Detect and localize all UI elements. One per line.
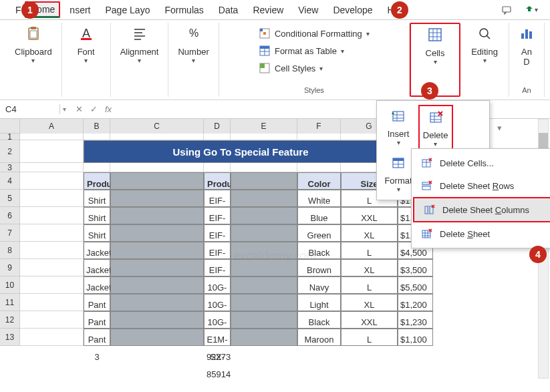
tab-view[interactable]: View xyxy=(293,2,323,18)
col-header-E[interactable]: E xyxy=(231,119,297,134)
cell-empty[interactable] xyxy=(84,134,110,140)
data-cell-6-0[interactable]: Shirt 2 xyxy=(84,207,110,224)
data-cell-6-5[interactable]: XXL xyxy=(341,207,398,224)
fx-button[interactable]: fx xyxy=(102,104,114,114)
row-header-8[interactable]: 8 xyxy=(0,242,20,259)
clipboard-button[interactable]: Clipboard ▾ xyxy=(9,23,57,67)
data-cell-9-0[interactable]: Jacket 2 xyxy=(84,259,110,276)
cell-styles-button[interactable]: Cell Styles ▾ xyxy=(255,60,374,76)
data-cell-12-3[interactable] xyxy=(231,311,297,329)
confirm-formula-icon[interactable]: ✓ xyxy=(88,104,100,114)
data-cell-12-1[interactable] xyxy=(110,311,204,329)
header-cell-3[interactable] xyxy=(231,172,297,190)
cell-empty[interactable] xyxy=(20,140,84,163)
data-cell-11-6[interactable]: $1,200 xyxy=(398,294,433,311)
delete-columns-menu-item[interactable]: Delete Sheet Columns xyxy=(413,197,550,222)
data-cell-10-5[interactable]: L xyxy=(341,276,398,294)
comments-icon[interactable] xyxy=(497,3,516,17)
col-header-C[interactable]: C xyxy=(110,119,204,134)
data-cell-6-3[interactable] xyxy=(231,207,297,224)
number-button[interactable]: % Number ▾ xyxy=(172,23,214,67)
cell-empty[interactable] xyxy=(20,276,84,294)
cells-dropdown-expand[interactable]: ▾ xyxy=(497,123,502,133)
data-cell-13-0[interactable]: Pant 3 xyxy=(84,329,110,346)
data-cell-8-0[interactable]: Jacket 1 xyxy=(84,242,110,259)
data-cell-8-1[interactable] xyxy=(110,242,204,259)
row-header-11[interactable]: 11 xyxy=(0,294,20,311)
cancel-formula-icon[interactable]: ✕ xyxy=(73,104,85,114)
font-button[interactable]: A Font ▾ xyxy=(66,23,106,67)
header-cell-0[interactable]: Product xyxy=(84,172,110,190)
data-cell-6-2[interactable]: EIF-CZ-97375 xyxy=(204,207,231,224)
cell-empty[interactable] xyxy=(204,134,231,140)
data-cell-13-1[interactable] xyxy=(110,329,204,346)
editing-button[interactable]: Editing ▾ xyxy=(464,23,505,67)
cell-empty[interactable] xyxy=(84,163,110,172)
cell-empty[interactable] xyxy=(20,190,84,207)
data-cell-13-2[interactable]: E1M-SX-85914 xyxy=(204,329,231,346)
row-header-1[interactable]: 1 xyxy=(0,134,20,140)
tab-page-layout[interactable]: Page Layo xyxy=(100,2,155,18)
data-cell-5-4[interactable]: White xyxy=(297,190,341,207)
data-cell-7-2[interactable]: EIF-A-64872 xyxy=(204,224,231,242)
insert-cells-button[interactable]: Insert ▾ xyxy=(381,105,416,149)
data-cell-9-1[interactable] xyxy=(110,259,204,276)
data-cell-8-5[interactable]: L xyxy=(341,242,398,259)
data-cell-13-6[interactable]: $1,100 xyxy=(398,329,433,346)
row-header-7[interactable]: 7 xyxy=(0,224,20,242)
data-cell-10-1[interactable] xyxy=(110,276,204,294)
data-cell-12-5[interactable]: XXL xyxy=(341,311,398,329)
cell-empty[interactable] xyxy=(110,134,204,140)
tab-developer[interactable]: Develope xyxy=(327,2,378,18)
share-button[interactable]: ▾ xyxy=(521,3,540,17)
cell-empty[interactable] xyxy=(204,163,231,172)
data-cell-5-3[interactable] xyxy=(231,190,297,207)
cell-empty[interactable] xyxy=(297,134,341,140)
data-cell-8-4[interactable]: Black xyxy=(297,242,341,259)
data-cell-9-5[interactable]: XL xyxy=(341,259,398,276)
row-header-2[interactable]: 2 xyxy=(0,140,20,163)
header-cell-2[interactable]: Product Code xyxy=(204,172,231,190)
data-cell-6-4[interactable]: Blue xyxy=(297,207,341,224)
row-header-3[interactable]: 3 xyxy=(0,163,20,172)
data-cell-11-5[interactable]: XL xyxy=(341,294,398,311)
conditional-formatting-button[interactable]: Conditional Formatting ▾ xyxy=(255,25,374,41)
data-cell-9-4[interactable]: Brown xyxy=(297,259,341,276)
cell-empty[interactable] xyxy=(297,163,341,172)
data-cell-13-5[interactable]: L xyxy=(341,329,398,346)
col-header-F[interactable]: F xyxy=(297,119,341,134)
col-header-B[interactable]: B xyxy=(84,119,110,134)
data-cell-7-1[interactable] xyxy=(110,224,204,242)
name-box[interactable]: C4 xyxy=(0,104,60,114)
tab-file-partial[interactable]: F xyxy=(10,2,21,18)
row-header-10[interactable]: 10 xyxy=(0,276,20,294)
select-all-cell[interactable] xyxy=(0,119,20,134)
data-cell-7-0[interactable]: Shirt 3 xyxy=(84,224,110,242)
data-cell-5-1[interactable] xyxy=(110,190,204,207)
row-header-12[interactable]: 12 xyxy=(0,311,20,329)
data-cell-5-2[interactable]: EIF-CZ-73600 xyxy=(204,190,231,207)
cell-empty[interactable] xyxy=(231,134,297,140)
data-cell-8-3[interactable] xyxy=(231,242,297,259)
data-cell-10-0[interactable]: Jacket 3 xyxy=(84,276,110,294)
title-cell[interactable]: Using Go To Special Feature xyxy=(84,140,398,163)
row-header-4[interactable]: 4 xyxy=(0,172,20,190)
cell-empty[interactable] xyxy=(20,242,84,259)
tab-review[interactable]: Review xyxy=(247,2,289,18)
data-cell-12-2[interactable]: 10G-XF-92273 xyxy=(204,311,231,329)
delete-sheet-menu-item[interactable]: Delete Sheet xyxy=(412,222,550,245)
analyze-button[interactable]: An D xyxy=(513,23,540,69)
cells-button[interactable]: Cells ▾ xyxy=(415,24,455,68)
data-cell-12-0[interactable]: Pant 2 xyxy=(84,311,110,329)
cell-empty[interactable] xyxy=(231,163,297,172)
cell-empty[interactable] xyxy=(20,329,84,346)
data-cell-11-0[interactable]: Pant 1 xyxy=(84,294,110,311)
data-cell-9-3[interactable] xyxy=(231,259,297,276)
data-cell-6-1[interactable] xyxy=(110,207,204,224)
data-cell-11-1[interactable] xyxy=(110,294,204,311)
row-header-6[interactable]: 6 xyxy=(0,207,20,224)
data-cell-9-6[interactable]: $3,500 xyxy=(398,259,433,276)
cell-empty[interactable] xyxy=(20,224,84,242)
cell-empty[interactable] xyxy=(20,163,84,172)
cell-empty[interactable] xyxy=(20,311,84,329)
